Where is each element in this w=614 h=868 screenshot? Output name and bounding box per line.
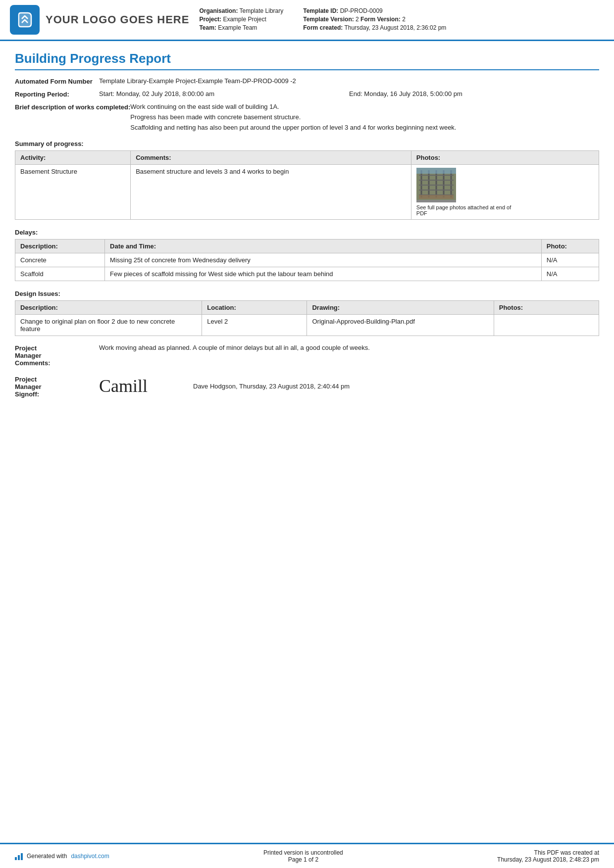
summary-activity-cell: Basement Structure: [15, 165, 131, 220]
delay-photo-1: N/A: [541, 253, 599, 267]
header-meta: Organisation: Template Library Project: …: [199, 5, 599, 35]
page: YOUR LOGO GOES HERE Organisation: Templa…: [0, 0, 614, 868]
header: YOUR LOGO GOES HERE Organisation: Templa…: [0, 0, 614, 41]
signoff-content: Camill Dave Hodgson, Thursday, 23 August…: [99, 376, 350, 396]
summary-section-header: Summary of progress:: [15, 140, 599, 147]
uncontrolled-text: Printed version is uncontrolled: [263, 849, 343, 856]
design-col-drawing: Drawing:: [307, 301, 494, 315]
reporting-period-values: Start: Monday, 02 July 2018, 8:00:00 am …: [99, 90, 599, 97]
brief-description-label: Brief description of works completed:: [15, 103, 130, 111]
table-row: Change to original plan on floor 2 due t…: [15, 315, 599, 336]
delay-photo-2: N/A: [541, 267, 599, 281]
design-col-description: Description:: [15, 301, 202, 315]
dashpivot-bar-icon: [15, 852, 23, 860]
design-location-1: Level 2: [202, 315, 307, 336]
design-description-1: Change to original plan on floor 2 due t…: [15, 315, 202, 336]
summary-comments-cell: Basement structure and levels 3 and 4 wo…: [131, 165, 411, 220]
template-id-line: Template ID: DP-PROD-0009: [303, 7, 446, 14]
delays-table-header-row: Description: Date and Time: Photo:: [15, 240, 599, 253]
logo-icon: [10, 5, 40, 35]
pm-signoff-name: Dave Hodgson, Thursday, 23 August 2018, …: [193, 383, 350, 390]
footer-left: Generated with dashpivot.com: [15, 852, 109, 860]
reporting-period-row: Reporting Period: Start: Monday, 02 July…: [15, 90, 599, 98]
design-col-photos: Photos:: [494, 301, 599, 315]
brief-description-values: Work continuing on the east side wall of…: [130, 103, 599, 131]
delays-col-photo: Photo:: [541, 240, 599, 253]
team-line: Team: Example Team: [199, 24, 283, 31]
pm-signoff-label: Project Manager Signoff:: [15, 376, 99, 398]
brief-desc-line-1: Work continuing on the east side wall of…: [130, 103, 599, 110]
report-title: Building Progress Report: [15, 51, 599, 70]
project-line: Project: Example Project: [199, 16, 283, 23]
automated-form-number-row: Automated Form Number Template Library-E…: [15, 77, 599, 85]
signature: Camill: [99, 376, 178, 396]
pdf-created-value: Thursday, 23 August 2018, 2:48:23 pm: [497, 856, 599, 863]
scaffold-svg: [416, 168, 456, 200]
delays-col-date-time: Date and Time:: [105, 240, 542, 253]
footer-right: This PDF was created at Thursday, 23 Aug…: [497, 849, 599, 863]
pm-signoff-row: Project Manager Signoff: Camill Dave Hod…: [15, 376, 599, 398]
page-text: Page 1 of 2: [263, 856, 343, 863]
design-drawing-1: Original-Approved-Building-Plan.pdf: [307, 315, 494, 336]
brief-description-row: Brief description of works completed: Wo…: [15, 103, 599, 131]
photo-cell: See full page photos attached at end of …: [416, 168, 594, 216]
reporting-period-end: End: Monday, 16 July 2018, 5:00:00 pm: [349, 90, 599, 97]
design-photos-1: [494, 315, 599, 336]
table-row: Scaffold Few pieces of scaffold missing …: [15, 267, 599, 281]
generated-text: Generated with: [27, 853, 67, 860]
footer: Generated with dashpivot.com Printed ver…: [0, 843, 614, 868]
delay-datetime-1: Missing 25t of concrete from Wednesday d…: [105, 253, 542, 267]
header-meta-right: Template ID: DP-PROD-0009 Template Versi…: [303, 7, 446, 31]
summary-table: Activity: Comments: Photos: Basement Str…: [15, 150, 599, 220]
delays-col-description: Description:: [15, 240, 105, 253]
pm-comments-label: ProjectManagerComments:: [15, 344, 99, 367]
logo-text: YOUR LOGO GOES HERE: [46, 13, 189, 26]
automated-form-number-label: Automated Form Number: [15, 77, 99, 85]
dashpivot-link[interactable]: dashpivot.com: [71, 853, 109, 860]
svg-rect-13: [416, 168, 456, 174]
delay-description-1: Concrete: [15, 253, 105, 267]
brief-desc-line-3: Scaffolding and netting has also been pu…: [130, 124, 599, 131]
design-issues-section-header: Design Issues:: [15, 290, 599, 297]
pm-comments-row: ProjectManagerComments: Work moving ahea…: [15, 344, 599, 367]
table-row: Concrete Missing 25t of concrete from We…: [15, 253, 599, 267]
pm-comments-value: Work moving ahead as planned. A couple o…: [99, 344, 599, 351]
delay-datetime-2: Few pieces of scaffold missing for West …: [105, 267, 542, 281]
summary-col-activity: Activity:: [15, 151, 131, 165]
design-issues-table: Description: Location: Drawing: Photos: …: [15, 300, 599, 336]
reporting-period-label: Reporting Period:: [15, 90, 99, 98]
svg-rect-12: [419, 195, 454, 199]
table-row: Basement Structure Basement structure an…: [15, 165, 599, 220]
summary-col-photos: Photos:: [411, 151, 599, 165]
design-issues-header-row: Description: Location: Drawing: Photos:: [15, 301, 599, 315]
template-version-line: Template Version: 2 Form Version: 2: [303, 16, 446, 23]
delay-description-2: Scaffold: [15, 267, 105, 281]
summary-table-header-row: Activity: Comments: Photos:: [15, 151, 599, 165]
logo-area: YOUR LOGO GOES HERE: [10, 5, 189, 35]
main-content: Building Progress Report Automated Form …: [0, 41, 614, 843]
delays-section-header: Delays:: [15, 229, 599, 236]
brief-desc-line-2: Progress has been made with concrete bas…: [130, 113, 599, 121]
form-created-line: Form created: Thursday, 23 August 2018, …: [303, 24, 446, 31]
photo-caption: See full page photos attached at end of …: [416, 204, 515, 216]
pdf-created-text: This PDF was created at: [497, 849, 599, 856]
summary-col-comments: Comments:: [131, 151, 411, 165]
automated-form-number-value: Template Library-Example Project-Example…: [99, 77, 599, 85]
photo-thumbnail: [416, 168, 456, 202]
summary-photos-cell: See full page photos attached at end of …: [411, 165, 599, 220]
reporting-period-start: Start: Monday, 02 July 2018, 8:00:00 am: [99, 90, 349, 97]
org-line: Organisation: Template Library: [199, 7, 283, 14]
header-meta-left: Organisation: Template Library Project: …: [199, 7, 283, 31]
logo-svg: [15, 10, 35, 30]
delays-table: Description: Date and Time: Photo: Concr…: [15, 239, 599, 281]
footer-center: Printed version is uncontrolled Page 1 o…: [263, 849, 343, 863]
design-col-location: Location:: [202, 301, 307, 315]
